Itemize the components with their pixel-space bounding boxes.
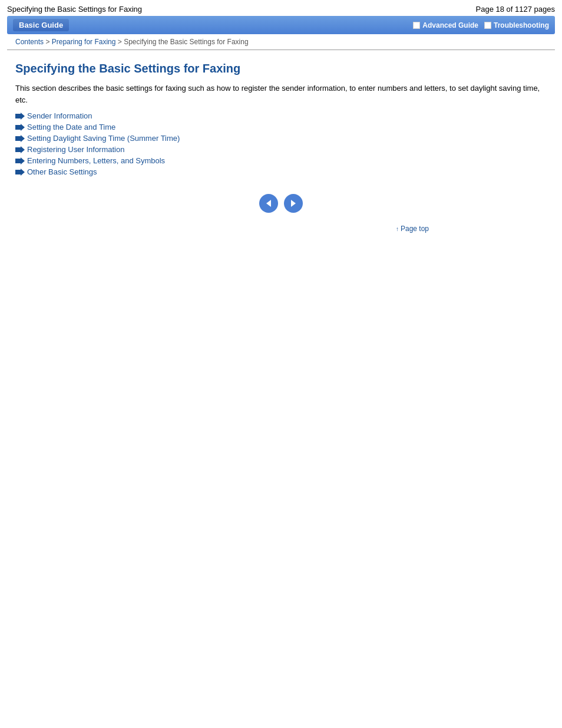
nav-arrows: [15, 194, 547, 213]
troubleshooting-checkbox[interactable]: [484, 22, 491, 29]
svg-marker-3: [15, 146, 25, 153]
list-item: Sender Information: [15, 111, 547, 120]
arrow-icon: [15, 113, 25, 120]
up-arrow-icon: ↑: [396, 226, 399, 232]
breadcrumb: Contents > Preparing for Faxing > Specif…: [7, 34, 555, 50]
nav-bar-links: Advanced Guide Troubleshooting: [413, 21, 549, 29]
advanced-guide-checkbox[interactable]: [413, 22, 420, 29]
registering-user-link[interactable]: Registering User Information: [27, 145, 124, 154]
page-info: Page 18 of 1127 pages: [476, 5, 555, 14]
other-basic-settings-link[interactable]: Other Basic Settings: [27, 167, 97, 176]
next-page-button[interactable]: [284, 194, 303, 213]
svg-marker-2: [15, 135, 25, 142]
breadcrumb-contents-link[interactable]: Contents: [15, 38, 44, 46]
list-item: Other Basic Settings: [15, 167, 547, 176]
prev-page-button[interactable]: [259, 194, 278, 213]
svg-marker-5: [15, 169, 25, 176]
breadcrumb-current: Specifying the Basic Settings for Faxing: [124, 38, 248, 46]
list-item: Entering Numbers, Letters, and Symbols: [15, 156, 547, 165]
breadcrumb-preparing-link[interactable]: Preparing for Faxing: [52, 38, 116, 46]
troubleshooting-link[interactable]: Troubleshooting: [494, 21, 549, 29]
svg-marker-4: [15, 157, 25, 164]
svg-marker-7: [291, 200, 296, 207]
breadcrumb-sep1: >: [45, 38, 51, 46]
breadcrumb-sep2: >: [118, 38, 124, 46]
arrow-icon: [15, 169, 25, 176]
arrow-icon: [15, 135, 25, 142]
arrow-icon: [15, 124, 25, 131]
basic-guide-label[interactable]: Basic Guide: [13, 19, 69, 31]
svg-marker-0: [15, 113, 25, 120]
svg-marker-1: [15, 124, 25, 131]
advanced-guide-link[interactable]: Advanced Guide: [422, 21, 478, 29]
setting-daylight-link[interactable]: Setting Daylight Saving Time (Summer Tim…: [27, 134, 180, 143]
page-description: This section describes the basic setting…: [15, 83, 547, 106]
main-content: Specifying the Basic Settings for Faxing…: [7, 50, 555, 245]
arrow-icon: [15, 146, 25, 153]
top-bar: Specifying the Basic Settings for Faxing…: [0, 0, 562, 16]
entering-numbers-link[interactable]: Entering Numbers, Letters, and Symbols: [27, 156, 165, 165]
page-top-container: ↑ Page top: [15, 225, 547, 233]
list-item: Registering User Information: [15, 145, 547, 154]
svg-marker-6: [266, 200, 271, 207]
page-top-link[interactable]: ↑ Page top: [396, 225, 429, 233]
sender-information-link[interactable]: Sender Information: [27, 111, 92, 120]
document-title: Specifying the Basic Settings for Faxing: [7, 5, 142, 14]
navigation-bar: Basic Guide Advanced Guide Troubleshooti…: [7, 16, 555, 34]
list-item: Setting Daylight Saving Time (Summer Tim…: [15, 134, 547, 143]
setting-date-time-link[interactable]: Setting the Date and Time: [27, 123, 115, 131]
page-title: Specifying the Basic Settings for Faxing: [15, 62, 547, 75]
links-list: Sender Information Setting the Date and …: [15, 111, 547, 176]
list-item: Setting the Date and Time: [15, 123, 547, 131]
page-top-label: Page top: [401, 225, 429, 233]
arrow-icon: [15, 157, 25, 164]
